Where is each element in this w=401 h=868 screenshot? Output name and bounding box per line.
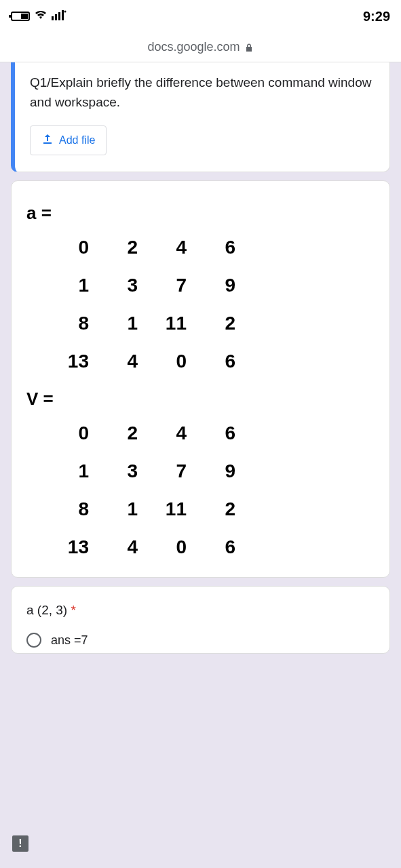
signal-icon <box>52 9 66 23</box>
matrix-a-label: a = <box>26 204 375 222</box>
cell: 2 <box>89 424 138 443</box>
status-left <box>11 9 66 23</box>
cell: 2 <box>187 500 235 519</box>
upload-icon <box>41 133 54 148</box>
cell: 7 <box>138 276 187 295</box>
question-text: Q1/Explain briefly the difference betwee… <box>30 73 375 112</box>
battery-icon <box>11 12 30 21</box>
table-row: 8 1 11 2 <box>26 314 375 333</box>
cell: 9 <box>187 276 235 295</box>
status-bar: 9:29 <box>0 0 401 33</box>
exclamation-icon: ! <box>18 837 22 850</box>
cell: 1 <box>40 462 89 481</box>
svg-rect-1 <box>55 14 57 20</box>
svg-rect-3 <box>62 10 64 20</box>
matrix-v-label: V = <box>26 390 375 408</box>
cell: 7 <box>138 462 187 481</box>
add-file-label: Add file <box>59 134 95 146</box>
cell: 4 <box>138 424 187 443</box>
browser-url-bar[interactable]: docs.google.com <box>0 33 401 62</box>
table-row: 0 2 4 6 <box>26 238 375 257</box>
radio-icon <box>26 633 41 648</box>
cell: 1 <box>89 500 138 519</box>
cell: 1 <box>40 276 89 295</box>
cell: 3 <box>89 462 138 481</box>
cell: 2 <box>89 238 138 257</box>
svg-point-4 <box>64 11 66 13</box>
cell: 13 <box>40 538 89 557</box>
question-label: a (2, 3) * <box>26 603 375 618</box>
radio-option-label: ans =7 <box>51 633 88 648</box>
cell: 6 <box>187 424 235 443</box>
matrix-a: 0 2 4 6 1 3 7 9 8 1 11 2 1 <box>26 238 375 371</box>
wifi-icon <box>34 9 47 23</box>
url-text: docs.google.com <box>147 40 240 54</box>
table-row: 0 2 4 6 <box>26 424 375 443</box>
cell: 9 <box>187 462 235 481</box>
table-row: 13 4 0 6 <box>26 538 375 557</box>
cell: 6 <box>187 238 235 257</box>
radio-option[interactable]: ans =7 <box>26 633 375 648</box>
cell: 4 <box>89 352 138 371</box>
svg-rect-0 <box>52 16 54 20</box>
lock-icon <box>244 43 254 52</box>
cell: 13 <box>40 352 89 371</box>
cell: 1 <box>89 314 138 333</box>
cell: 3 <box>89 276 138 295</box>
table-row: 1 3 7 9 <box>26 462 375 481</box>
svg-rect-2 <box>58 12 60 20</box>
cell: 4 <box>89 538 138 557</box>
cell: 8 <box>40 314 89 333</box>
question-card-q1: Q1/Explain briefly the difference betwee… <box>11 62 390 172</box>
cell: 11 <box>138 314 187 333</box>
cell: 6 <box>187 352 235 371</box>
cell: 8 <box>40 500 89 519</box>
required-mark: * <box>71 603 75 617</box>
add-file-button[interactable]: Add file <box>30 125 107 155</box>
question-label-text: a (2, 3) <box>26 603 67 617</box>
cell: 0 <box>138 538 187 557</box>
table-row: 13 4 0 6 <box>26 352 375 371</box>
cell: 11 <box>138 500 187 519</box>
status-time: 9:29 <box>363 9 390 24</box>
table-row: 1 3 7 9 <box>26 276 375 295</box>
cell: 0 <box>40 424 89 443</box>
matrix-display-card: a = 0 2 4 6 1 3 7 9 8 1 11 2 <box>11 180 390 578</box>
cell: 2 <box>187 314 235 333</box>
table-row: 8 1 11 2 <box>26 500 375 519</box>
cell: 0 <box>138 352 187 371</box>
question-card-q2: a (2, 3) * ans =7 <box>11 586 390 654</box>
cell: 6 <box>187 538 235 557</box>
cell: 0 <box>40 238 89 257</box>
cell: 4 <box>138 238 187 257</box>
feedback-badge[interactable]: ! <box>12 835 28 852</box>
matrix-v: 0 2 4 6 1 3 7 9 8 1 11 2 1 <box>26 424 375 557</box>
